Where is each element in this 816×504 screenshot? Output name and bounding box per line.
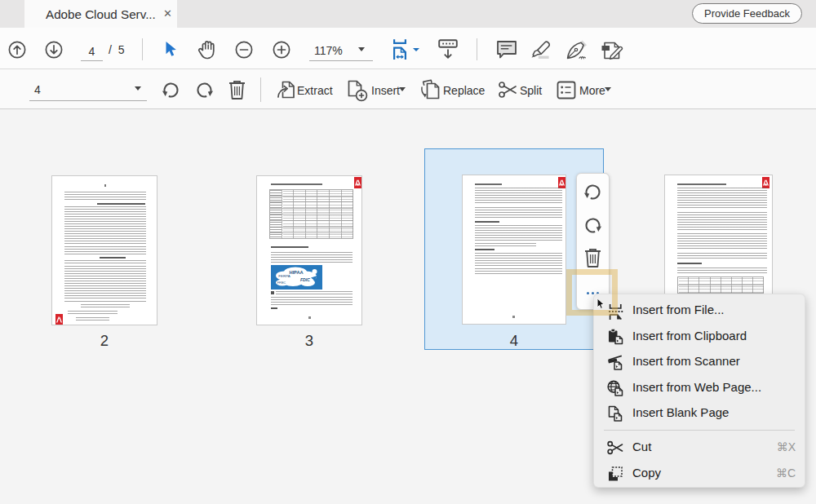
svg-text:FDIC: FDIC [300, 277, 310, 282]
svg-text:FFIEC: FFIEC [277, 281, 286, 285]
svg-text:HIPAA: HIPAA [290, 270, 304, 275]
svg-text:FERPA: FERPA [278, 274, 290, 278]
